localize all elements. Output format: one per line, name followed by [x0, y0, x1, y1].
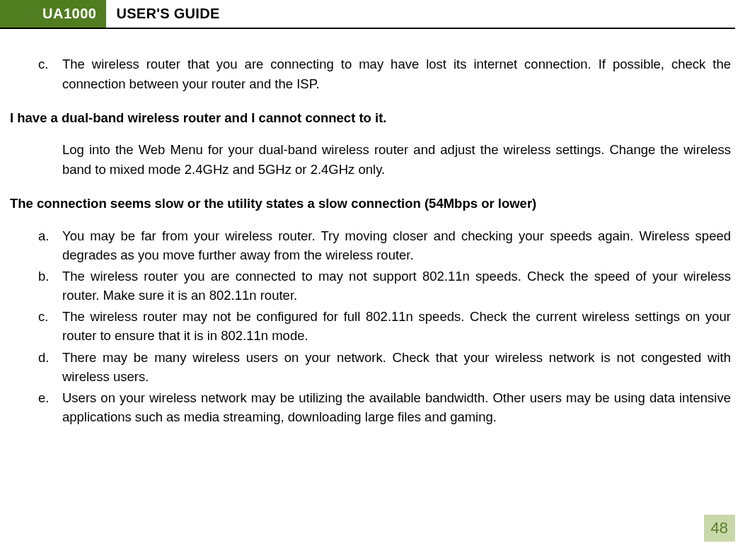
- paragraph: Log into the Web Menu for your dual-band…: [62, 140, 731, 180]
- header-bar: UA1000 USER'S GUIDE: [0, 0, 735, 29]
- list-item: c. The wireless router may not be config…: [10, 307, 735, 345]
- product-badge: UA1000: [0, 0, 106, 28]
- ordered-list: a. You may be far from your wireless rou…: [10, 226, 735, 427]
- section-heading: I have a dual-band wireless router and I…: [10, 108, 735, 128]
- list-item-text: The wireless router may not be configure…: [62, 307, 735, 345]
- list-item-text: The wireless router you are connected to…: [62, 267, 735, 305]
- list-item: c. The wireless router that you are conn…: [10, 54, 735, 94]
- list-item-text: You may be far from your wireless router…: [62, 226, 735, 264]
- section-heading: The connection seems slow or the utility…: [10, 194, 735, 214]
- list-item-text: There may be many wireless users on your…: [62, 348, 735, 386]
- list-marker: c.: [38, 307, 62, 345]
- list-item: a. You may be far from your wireless rou…: [10, 226, 735, 264]
- page-number: 48: [704, 515, 735, 542]
- list-item-text: The wireless router that you are connect…: [62, 54, 735, 94]
- list-marker: a.: [38, 226, 62, 264]
- list-marker: b.: [38, 267, 62, 305]
- list-item: e. Users on your wireless network may be…: [10, 388, 735, 426]
- document-title: USER'S GUIDE: [106, 6, 219, 22]
- list-marker: d.: [38, 348, 62, 386]
- list-item: b. The wireless router you are connected…: [10, 267, 735, 305]
- list-item: d. There may be many wireless users on y…: [10, 348, 735, 386]
- list-marker: e.: [38, 388, 62, 426]
- list-item-text: Users on your wireless network may be ut…: [62, 388, 735, 426]
- page-content: c. The wireless router that you are conn…: [0, 29, 745, 426]
- list-marker: c.: [38, 54, 62, 94]
